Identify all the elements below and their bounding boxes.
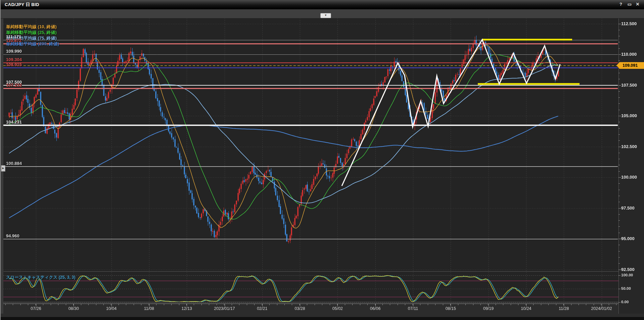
- trading-app-window: CAD/JPY 日 BID ? ▭ ✕ ▼ ▶ 単純移動平均線 (10, 終値)…: [0, 0, 644, 320]
- close-icon[interactable]: ✕: [634, 1, 641, 7]
- current-price-tag: 109.091: [619, 62, 644, 69]
- price-chart-canvas[interactable]: [1, 0, 644, 320]
- left-panel-expand-button[interactable]: ▶: [1, 165, 5, 172]
- chart-toolbar: ▼: [1, 9, 644, 18]
- stochastic-legend: スローストキャスティクス (25, 3, 3): [6, 275, 76, 280]
- maximize-icon[interactable]: ▭: [626, 1, 633, 7]
- collapse-toolbar-button[interactable]: ▼: [320, 13, 331, 18]
- window-title: CAD/JPY 日 BID: [5, 2, 39, 8]
- window-titlebar: CAD/JPY 日 BID ? ▭ ✕: [1, 0, 644, 9]
- help-icon[interactable]: ?: [617, 1, 625, 7]
